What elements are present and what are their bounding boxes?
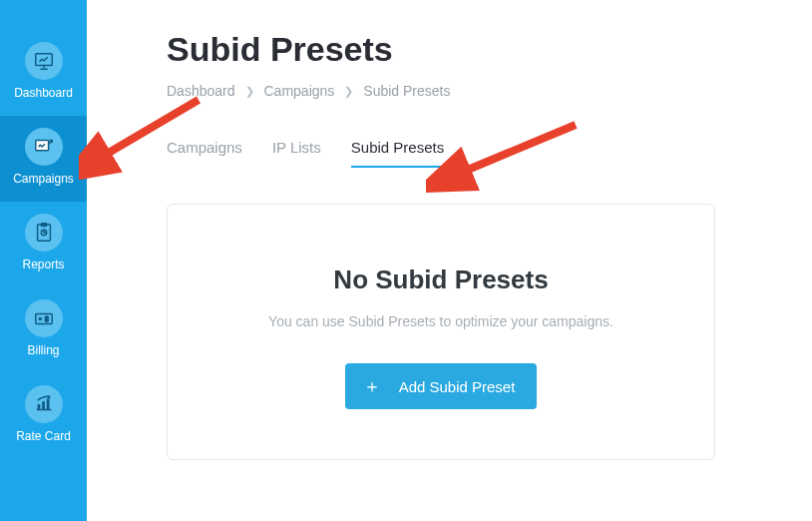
- svg-rect-1: [35, 141, 48, 151]
- svg-rect-10: [46, 399, 49, 410]
- tabs: Campaigns IP Lists Subid Presets: [167, 139, 782, 168]
- tab-subid-presets[interactable]: Subid Presets: [351, 139, 444, 168]
- reports-icon: [25, 214, 63, 252]
- breadcrumb-item[interactable]: Dashboard: [167, 83, 235, 99]
- billing-icon: $: [25, 299, 63, 337]
- empty-state-title: No Subid Presets: [188, 264, 694, 295]
- empty-state-subtitle: You can use Subid Presets to optimize yo…: [188, 313, 694, 329]
- breadcrumb: Dashboard ❯ Campaigns ❯ Subid Presets: [167, 83, 782, 99]
- sidebar-item-label: Dashboard: [14, 86, 73, 100]
- sidebar-item-label: Reports: [22, 258, 64, 271]
- svg-rect-9: [42, 401, 45, 409]
- main-content: Subid Presets Dashboard ❯ Campaigns ❯ Su…: [87, 0, 812, 521]
- dashboard-icon: [25, 42, 63, 80]
- rate-card-icon: [25, 385, 63, 423]
- tab-ip-lists[interactable]: IP Lists: [272, 139, 321, 168]
- empty-state-card: No Subid Presets You can use Subid Prese…: [167, 204, 715, 460]
- chevron-right-icon: ❯: [344, 85, 353, 98]
- sidebar-item-reports[interactable]: Reports: [0, 202, 87, 287]
- plus-icon: ＋: [363, 374, 381, 398]
- svg-text:$: $: [44, 315, 48, 322]
- sidebar-item-label: Rate Card: [16, 429, 71, 443]
- chevron-right-icon: ❯: [245, 85, 254, 98]
- svg-rect-0: [35, 54, 52, 66]
- sidebar-item-label: Campaigns: [13, 172, 74, 186]
- svg-rect-8: [37, 404, 40, 410]
- tab-campaigns[interactable]: Campaigns: [167, 139, 242, 168]
- add-subid-preset-button[interactable]: ＋ Add Subid Preset: [345, 363, 538, 409]
- campaigns-icon: [25, 128, 63, 166]
- sidebar-item-rate-card[interactable]: Rate Card: [0, 373, 87, 459]
- add-button-label: Add Subid Preset: [399, 378, 516, 395]
- sidebar-item-billing[interactable]: $ Billing: [0, 287, 87, 373]
- sidebar-item-campaigns[interactable]: Campaigns: [0, 116, 87, 202]
- sidebar-item-dashboard[interactable]: Dashboard: [0, 30, 87, 116]
- breadcrumb-item[interactable]: Campaigns: [264, 83, 335, 99]
- breadcrumb-item: Subid Presets: [363, 83, 450, 99]
- sidebar-item-label: Billing: [27, 343, 59, 357]
- svg-rect-3: [41, 224, 47, 227]
- svg-point-6: [39, 317, 41, 319]
- svg-rect-5: [35, 313, 52, 323]
- page-title: Subid Presets: [167, 30, 782, 69]
- sidebar: Dashboard Campaigns Reports: [0, 0, 87, 521]
